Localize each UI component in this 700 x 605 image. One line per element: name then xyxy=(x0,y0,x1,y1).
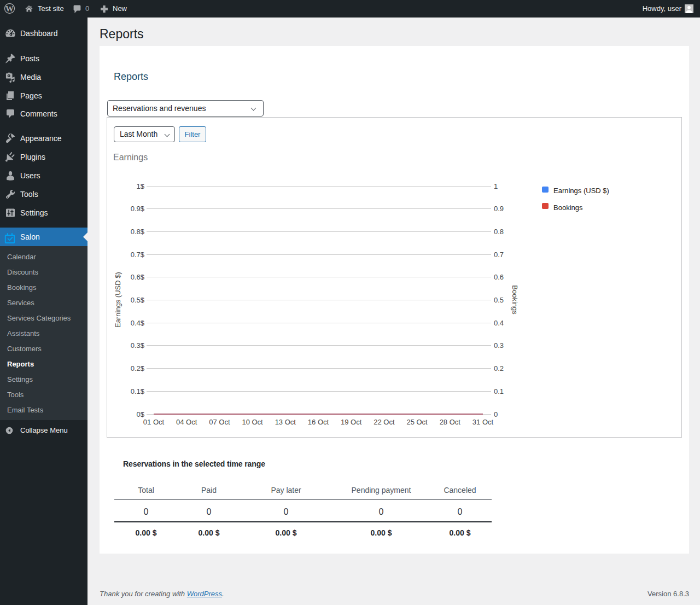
svg-text:W: W xyxy=(5,4,14,13)
